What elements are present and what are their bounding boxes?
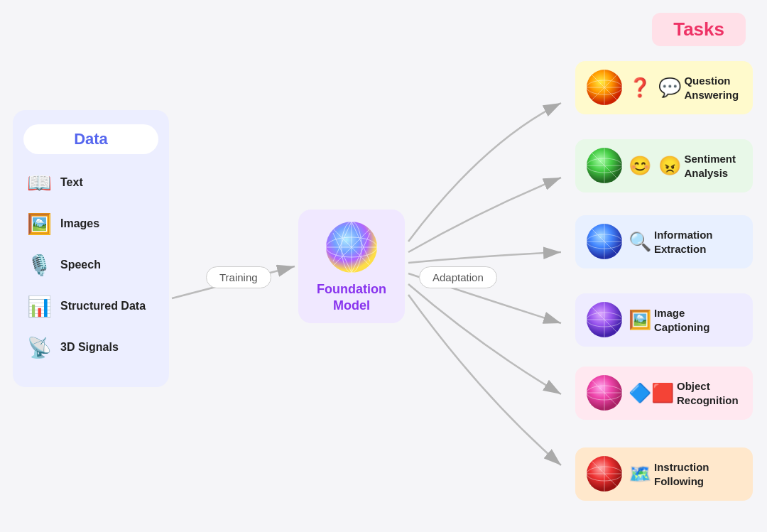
caption-sphere-icon — [585, 300, 624, 340]
data-item-images: 🖼️ Images — [23, 208, 158, 239]
adaptation-text: Adaptation — [433, 271, 484, 283]
data-item-text-label: Text — [60, 176, 83, 189]
instruction-icon: 🗺️ — [629, 463, 651, 485]
speech-icon: 🎙️ — [23, 249, 55, 281]
foundation-model-box: Foundation Model — [298, 210, 405, 323]
qa-icon: ❓ — [629, 77, 651, 98]
3d-icon: 📡 — [23, 332, 55, 363]
sentiment-sad-icon: 😠 — [658, 155, 681, 176]
data-title: Data — [74, 130, 108, 148]
data-item-text: 📖 Text — [23, 167, 158, 198]
data-item-speech: 🎙️ Speech — [23, 249, 158, 281]
qa-chat-icon: 💬 — [658, 77, 681, 98]
info-sphere-icon — [585, 222, 624, 261]
sentiment-label: Sentiment Analysis — [684, 152, 736, 180]
adaptation-label: Adaptation — [419, 266, 497, 288]
info-label: Information Extraction — [654, 228, 713, 256]
caption-label: Image Captioning — [654, 306, 709, 334]
instruction-label: Instruction Following — [654, 460, 709, 488]
qa-label: Question Answering — [684, 74, 739, 102]
task-card-info-extraction: 🔍 Information Extraction — [575, 215, 753, 268]
foundation-title: Foundation Model — [317, 281, 386, 315]
object-icon: 🔷🟥 — [629, 382, 674, 404]
task-card-instruction-following: 🗺️ Instruction Following — [575, 447, 753, 501]
data-item-structured-label: Structured Data — [60, 300, 146, 313]
task-card-image-captioning: 🖼️ Image Captioning — [575, 293, 753, 347]
data-panel: Data 📖 Text 🖼️ Images 🎙️ Speech 📊 Struct… — [13, 110, 169, 387]
task-card-object-recognition: 🔷🟥 Object Recognition — [575, 367, 753, 420]
data-item-speech-label: Speech — [60, 259, 101, 271]
text-icon: 📖 — [23, 167, 55, 198]
task-card-question-answering: ❓ 💬 Question Answering — [575, 61, 753, 114]
training-label: Training — [206, 266, 271, 288]
training-text: Training — [219, 271, 258, 283]
structured-icon: 📊 — [23, 291, 55, 322]
images-icon: 🖼️ — [23, 208, 55, 239]
qa-sphere-icon — [585, 68, 624, 107]
data-item-3d-label: 3D Signals — [60, 341, 119, 354]
tasks-title-box: Tasks — [652, 13, 746, 46]
data-item-images-label: Images — [60, 217, 99, 230]
instruction-sphere-icon — [585, 455, 624, 494]
sentiment-happy-icon: 😊 — [629, 155, 651, 176]
tasks-title: Tasks — [673, 18, 724, 40]
object-sphere-icon — [585, 374, 624, 413]
info-icon: 🔍 — [629, 231, 651, 253]
caption-icon: 🖼️ — [629, 309, 651, 331]
sentiment-sphere-icon — [585, 146, 624, 185]
data-item-3d: 📡 3D Signals — [23, 332, 158, 363]
data-item-structured: 📊 Structured Data — [23, 291, 158, 322]
object-label: Object Recognition — [677, 379, 739, 407]
task-card-sentiment: 😊 😠 Sentiment Analysis — [575, 139, 753, 192]
data-title-box: Data — [23, 124, 158, 154]
foundation-sphere-icon — [323, 219, 380, 276]
